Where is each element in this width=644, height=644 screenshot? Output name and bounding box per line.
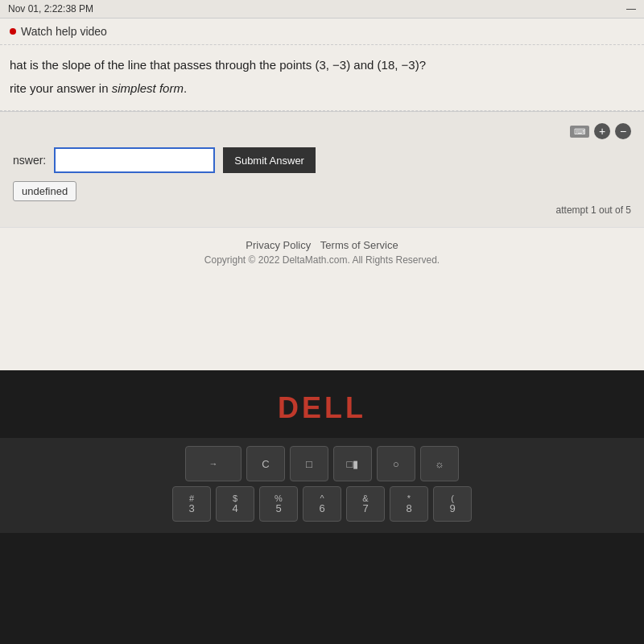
top-bar: Nov 01, 2:22:38 PM — <box>0 0 644 19</box>
zoom-out-button[interactable]: − <box>615 123 631 139</box>
key-5[interactable]: % 5 <box>259 486 298 522</box>
controls-top: ⌨ + − <box>13 123 631 139</box>
screen: Nov 01, 2:22:38 PM — Watch help video ha… <box>0 0 644 370</box>
footer-copyright: Copyright © 2022 DeltaMath.com. All Righ… <box>8 254 636 266</box>
question-line1: hat is the slope of the line that passes… <box>10 56 634 75</box>
key-arrow[interactable]: → <box>185 446 242 481</box>
dell-logo: DELL <box>278 391 366 425</box>
footer: Privacy Policy Terms of Service Copyrigh… <box>0 227 644 274</box>
question-line2: rite your answer in simplest form. <box>10 80 634 98</box>
help-dot-icon <box>10 28 16 35</box>
watch-help-label[interactable]: Watch help video <box>21 25 107 38</box>
submit-answer-button[interactable]: Submit Answer <box>223 147 316 173</box>
key-brightness2[interactable]: ☼ <box>420 446 459 481</box>
key-brightness1[interactable]: ○ <box>377 446 415 481</box>
key-window[interactable]: □ <box>290 446 328 481</box>
simplest-form-text: simplest form <box>112 81 184 95</box>
undefined-button[interactable]: undefined <box>13 181 76 201</box>
key-3[interactable]: # 3 <box>172 486 211 522</box>
question-area: hat is the slope of the line that passes… <box>0 45 644 111</box>
attempt-counter: attempt 1 out of 5 <box>13 204 631 216</box>
key-refresh[interactable]: C <box>246 446 285 481</box>
key-8[interactable]: * 8 <box>390 486 428 522</box>
minimize-icon[interactable]: — <box>626 3 636 14</box>
key-6[interactable]: ^ 6 <box>303 486 341 522</box>
laptop-bezel: DELL → C □ □▮ ○ ☼ # <box>0 370 644 644</box>
privacy-policy-link[interactable]: Privacy Policy <box>246 239 311 251</box>
watch-help-section[interactable]: Watch help video <box>0 19 644 45</box>
keyboard-toggle-icon[interactable]: ⌨ <box>570 126 589 138</box>
answer-label: nswer: <box>13 154 46 167</box>
key-9[interactable]: ( 9 <box>433 486 472 522</box>
key-splitwindow[interactable]: □▮ <box>333 446 372 481</box>
key-7[interactable]: & 7 <box>346 486 385 522</box>
undefined-tag-row: undefined <box>13 181 631 201</box>
keyboard-row-2: # 3 $ 4 % 5 ^ 6 & 7 * 8 <box>6 486 638 522</box>
timestamp: Nov 01, 2:22:38 PM <box>8 3 93 14</box>
keyboard-area: → C □ □▮ ○ ☼ # 3 $ <box>0 438 644 533</box>
footer-links: Privacy Policy Terms of Service <box>8 239 636 251</box>
answer-row: nswer: Submit Answer <box>13 147 631 173</box>
zoom-in-button[interactable]: + <box>594 123 610 139</box>
answer-area: ⌨ + − nswer: Submit Answer undefined att… <box>0 111 644 227</box>
keyboard-row-1: → C □ □▮ ○ ☼ <box>6 446 638 481</box>
key-4[interactable]: $ 4 <box>216 486 254 522</box>
answer-input[interactable] <box>54 147 215 173</box>
terms-of-service-link[interactable]: Terms of Service <box>320 239 398 251</box>
